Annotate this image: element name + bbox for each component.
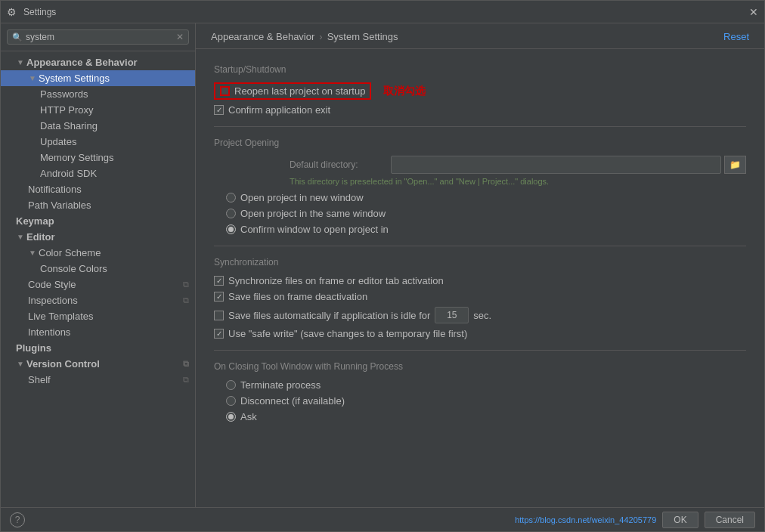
sidebar-item-label: Code Style <box>28 279 76 290</box>
sidebar-item-appearance[interactable]: ▼ Appearance & Behavior <box>1 54 195 70</box>
sidebar-item-updates[interactable]: Updates <box>1 134 195 150</box>
content-panel: Appearance & Behavior › System Settings … <box>196 23 764 507</box>
safe-write-checkbox[interactable] <box>214 329 224 339</box>
sidebar-item-live-templates[interactable]: Live Templates <box>1 308 195 324</box>
search-input[interactable] <box>26 32 176 42</box>
breadcrumb: Appearance & Behavior › System Settings <box>211 31 398 42</box>
copy-icon-code-style: ⧉ <box>183 280 189 289</box>
sidebar-item-intentions[interactable]: Intentions <box>1 324 195 340</box>
expand-arrow-editor: ▼ <box>16 233 25 242</box>
confirm-window-row[interactable]: Confirm window to open project in <box>226 224 746 235</box>
sidebar-item-http-proxy[interactable]: HTTP Proxy <box>1 102 195 118</box>
ask-label: Ask <box>240 411 257 422</box>
expand-arrow-vc: ▼ <box>16 360 25 369</box>
sidebar-item-label: Updates <box>40 136 76 147</box>
sidebar-item-path-variables[interactable]: Path Variables <box>1 197 195 213</box>
sync-section-title: Synchronization <box>214 257 746 268</box>
cancel-button[interactable]: Cancel <box>705 512 755 528</box>
settings-window: ⚙ Settings ✕ 🔍 ✕ ▼ Appearance & Behavior <box>0 0 765 532</box>
confirm-window-radio[interactable] <box>226 224 236 234</box>
open-new-window-radio[interactable] <box>226 193 236 203</box>
app-icon: ⚙ <box>7 6 19 18</box>
default-directory-label: Default directory: <box>290 159 388 170</box>
sidebar-item-data-sharing[interactable]: Data Sharing <box>1 118 195 134</box>
sync-files-checkbox[interactable] <box>214 276 224 286</box>
sidebar-item-keymap[interactable]: Keymap <box>1 213 195 229</box>
sidebar-item-notifications[interactable]: Notifications <box>1 181 195 197</box>
save-idle-label: Save files automatically if application … <box>228 310 430 321</box>
ask-row[interactable]: Ask <box>226 411 746 422</box>
disconnect-radio[interactable] <box>226 396 236 406</box>
sidebar-item-label: Version Control <box>26 358 100 370</box>
directory-browse-button[interactable]: 📁 <box>724 156 746 174</box>
confirm-exit-label: Confirm application exit <box>228 104 330 116</box>
sidebar-item-label: Intentions <box>28 326 70 338</box>
sidebar-item-code-style[interactable]: Code Style ⧉ <box>1 277 195 292</box>
titlebar: ⚙ Settings ✕ <box>1 1 764 23</box>
open-new-window-row[interactable]: Open project in new window <box>226 192 746 203</box>
sidebar-item-editor[interactable]: ▼ Editor <box>1 229 195 245</box>
sidebar-item-console-colors[interactable]: Console Colors <box>1 261 195 277</box>
terminate-row[interactable]: Terminate process <box>226 379 746 391</box>
safe-write-label: Use "safe write" (save changes to a temp… <box>228 328 467 339</box>
bottom-bar: ? https://blog.csdn.net/weixin_44205779 … <box>1 507 764 531</box>
copy-icon-inspections: ⧉ <box>183 295 189 305</box>
directory-hint: This directory is preselected in "Open..… <box>290 177 746 186</box>
sidebar-item-memory-settings[interactable]: Memory Settings <box>1 150 195 165</box>
search-wrapper: 🔍 ✕ <box>7 29 189 45</box>
copy-icon-shelf: ⧉ <box>183 375 189 385</box>
open-same-window-label: Open project in the same window <box>240 208 386 219</box>
reopen-label: Reopen last project on startup <box>234 85 365 97</box>
confirm-exit-checkbox-wrapper[interactable]: Confirm application exit <box>214 104 330 116</box>
breadcrumb-parent: Appearance & Behavior <box>211 31 314 42</box>
sidebar: 🔍 ✕ ▼ Appearance & Behavior ▼ System Set… <box>1 23 196 507</box>
main-layout: 🔍 ✕ ▼ Appearance & Behavior ▼ System Set… <box>1 23 764 507</box>
breadcrumb-current: System Settings <box>327 31 398 42</box>
ask-radio[interactable] <box>226 412 236 422</box>
sidebar-item-shelf[interactable]: Shelf ⧉ <box>1 372 195 388</box>
startup-section-title: Startup/Shutdown <box>214 64 746 75</box>
sidebar-item-inspections[interactable]: Inspections ⧉ <box>1 292 195 308</box>
sidebar-item-label: Editor <box>26 231 55 243</box>
copy-icon-vc: ⧉ <box>183 359 189 369</box>
disconnect-row[interactable]: Disconnect (if available) <box>226 395 746 407</box>
close-button[interactable]: ✕ <box>749 6 758 18</box>
reopen-highlighted: Reopen last project on startup <box>214 82 371 100</box>
help-button[interactable]: ? <box>10 512 25 527</box>
expand-arrow-color-scheme: ▼ <box>28 249 37 258</box>
sidebar-tree: ▼ Appearance & Behavior ▼ System Setting… <box>1 51 195 507</box>
sync-files-wrapper[interactable]: Synchronize files on frame or editor tab… <box>214 275 444 286</box>
search-icon: 🔍 <box>12 32 23 42</box>
safe-write-wrapper[interactable]: Use "safe write" (save changes to a temp… <box>214 328 467 339</box>
save-deactivation-row: Save files on frame deactivation <box>214 291 746 302</box>
reset-button[interactable]: Reset <box>723 31 749 42</box>
confirm-window-label: Confirm window to open project in <box>240 224 389 235</box>
save-idle-input[interactable] <box>435 307 469 323</box>
terminate-label: Terminate process <box>240 379 321 391</box>
annotation-text: 取消勾选 <box>383 85 426 98</box>
sidebar-item-plugins[interactable]: Plugins <box>1 340 195 356</box>
expand-arrow-system: ▼ <box>28 74 37 83</box>
open-same-window-radio[interactable] <box>226 209 236 218</box>
save-idle-unit: sec. <box>473 310 491 321</box>
ok-button[interactable]: OK <box>662 512 698 528</box>
sidebar-item-version-control[interactable]: ▼ Version Control ⧉ <box>1 356 195 372</box>
default-directory-input[interactable] <box>391 156 721 174</box>
sidebar-item-color-scheme[interactable]: ▼ Color Scheme <box>1 245 195 261</box>
save-idle-row: Save files automatically if application … <box>214 307 746 323</box>
sidebar-item-label: HTTP Proxy <box>40 104 94 116</box>
save-deactivation-wrapper[interactable]: Save files on frame deactivation <box>214 291 367 302</box>
search-clear-button[interactable]: ✕ <box>176 32 184 42</box>
terminate-radio[interactable] <box>226 380 236 390</box>
save-deactivation-checkbox[interactable] <box>214 292 224 302</box>
save-idle-checkbox[interactable] <box>214 311 224 320</box>
sidebar-item-android-sdk[interactable]: Android SDK <box>1 165 195 181</box>
sync-files-label: Synchronize files on frame or editor tab… <box>228 275 444 286</box>
url-display: https://blog.csdn.net/weixin_44205779 <box>515 515 656 524</box>
confirm-exit-checkbox[interactable] <box>214 105 224 115</box>
sidebar-item-passwords[interactable]: Passwords <box>1 86 195 102</box>
reopen-checkbox[interactable] <box>220 86 230 96</box>
sidebar-item-label: Keymap <box>16 215 54 227</box>
sidebar-item-system-settings[interactable]: ▼ System Settings <box>1 70 195 86</box>
open-same-window-row[interactable]: Open project in the same window <box>226 208 746 219</box>
